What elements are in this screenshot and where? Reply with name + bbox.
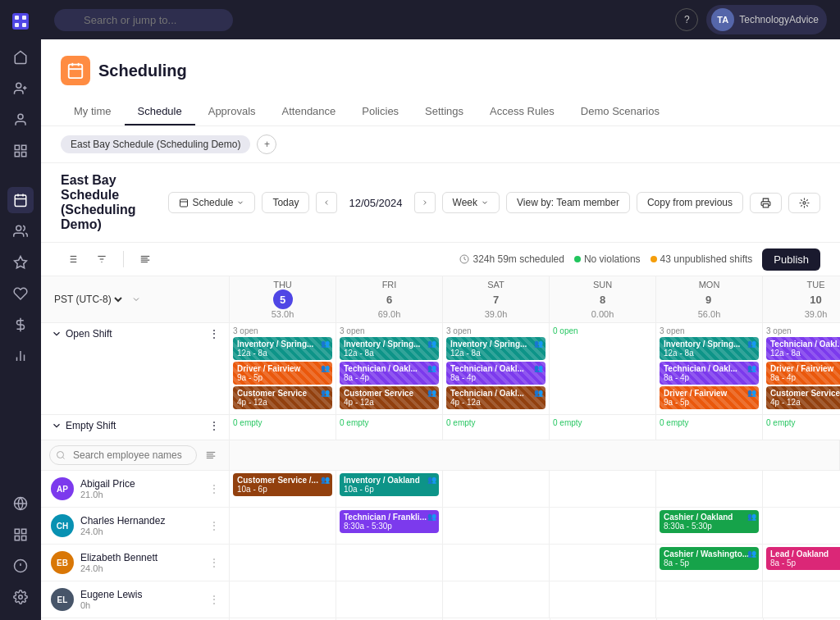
empty-shift-header[interactable]: Empty Shift ⋮ [41, 415, 230, 436]
sidebar-globe[interactable] [7, 490, 34, 517]
employee-day-cell[interactable] [550, 545, 656, 581]
sidebar-person-add[interactable] [7, 75, 34, 102]
shift-pill[interactable]: Driver / Fairview 9a - 5p 👥 [660, 386, 759, 409]
shift-pill[interactable]: Technician / Oakl... 12a - 8a 👥 [766, 337, 840, 360]
open-shift-cell[interactable]: 3 open Technician / Oakl... 12a - 8a 👥 D… [763, 323, 840, 414]
tab-access-rules[interactable]: Access Rules [477, 98, 568, 125]
shift-pill[interactable]: Inventory / Spring... 12a - 8a 👥 [660, 337, 759, 360]
employee-search-input[interactable] [49, 445, 197, 465]
tab-demo-scenarios[interactable]: Demo Scenarios [568, 98, 673, 125]
employee-day-cell[interactable] [443, 581, 550, 618]
tab-my-time[interactable]: My time [61, 98, 125, 125]
shift-pill[interactable]: Inventory / Spring... 12a - 8a 👥 [340, 337, 439, 360]
tab-attendance[interactable]: Attendance [269, 98, 349, 125]
open-shift-cell[interactable]: 3 open Inventory / Spring... 12a - 8a 👥 … [656, 323, 763, 414]
employee-menu-button[interactable]: ⋮ [209, 594, 219, 605]
employee-day-cell[interactable] [656, 471, 763, 507]
empty-shift-cell[interactable]: 0 empty [443, 415, 550, 440]
add-schedule-tab-button[interactable]: + [257, 134, 276, 154]
tab-schedule[interactable]: Schedule [125, 98, 195, 125]
open-shift-header[interactable]: Open Shift ⋮ [41, 323, 230, 344]
shift-pill[interactable]: Driver / Fairview 8a - 4p 👥 [766, 362, 840, 385]
employee-day-cell[interactable] [336, 545, 443, 581]
employee-day-cell[interactable]: Cashier / Washingto... 8a - 5p 👥 [656, 545, 763, 581]
shift-pill[interactable]: Technician / Oakl... 8a - 4p 👥 [446, 362, 546, 385]
shift-pill[interactable]: Inventory / Oakland 10a - 6p 👥 [340, 473, 439, 496]
sidebar-dollar[interactable] [7, 312, 34, 338]
empty-shift-cell[interactable]: 0 empty [550, 415, 656, 440]
sort-icon[interactable] [134, 248, 157, 271]
shift-pill[interactable]: Inventory / Spring... 12a - 8a 👥 [446, 337, 546, 360]
employee-day-cell[interactable]: Customer Service /... 10a - 6p 👥 [230, 471, 336, 507]
shift-pill[interactable]: Technician / Oakl... 4p - 12a 👥 [446, 386, 546, 409]
open-shift-menu[interactable]: ⋮ [209, 328, 219, 340]
search-input[interactable] [54, 9, 233, 31]
shift-pill[interactable]: Inventory / Spring... 12a - 8a 👥 [233, 337, 332, 360]
open-shift-cell[interactable]: 3 open Inventory / Spring... 12a - 8a 👥 … [230, 323, 336, 414]
empty-shift-cell[interactable]: 0 empty [230, 415, 336, 440]
sidebar-settings[interactable] [7, 584, 34, 610]
tab-policies[interactable]: Policies [349, 98, 412, 125]
shift-pill[interactable]: Customer Service /... 10a - 6p 👥 [233, 473, 332, 496]
employee-day-cell[interactable] [336, 581, 443, 618]
schedule-tab-east-bay[interactable]: East Bay Schedule (Scheduling Demo) [61, 135, 250, 153]
employee-day-cell[interactable] [656, 581, 763, 618]
shift-pill[interactable]: Customer Service 4p - 12a 👥 [233, 386, 332, 409]
shift-pill[interactable]: Technician / Oakl... 8a - 4p 👥 [340, 362, 439, 385]
settings-gear-button[interactable] [788, 193, 820, 213]
account-switcher[interactable]: TA TechnologyAdvice [706, 5, 827, 34]
employee-day-cell[interactable]: Technician / Frankli... 8:30a - 5:30p 👥 [336, 508, 443, 544]
employee-day-cell[interactable] [550, 471, 656, 507]
sidebar-schedule[interactable] [7, 187, 34, 213]
empty-shift-menu[interactable]: ⋮ [209, 420, 219, 431]
shift-pill[interactable]: Driver / Fairview 9a - 5p 👥 [233, 362, 332, 385]
employee-day-cell[interactable]: Cashier / Oakland 8:30a - 5:30p 👥 [656, 508, 763, 544]
sidebar-home[interactable] [7, 44, 34, 71]
today-button[interactable]: Today [262, 192, 309, 213]
employee-menu-button[interactable]: ⋮ [209, 483, 219, 495]
shift-pill[interactable]: Customer Service 4p - 12a 👥 [766, 386, 840, 409]
employee-day-cell[interactable] [550, 508, 656, 544]
employee-day-cell[interactable]: Lead / Oakland 8a - 5p 👥 [763, 545, 840, 581]
schedule-dropdown-button[interactable]: Schedule [168, 192, 255, 213]
shift-pill[interactable]: Cashier / Washingto... 8a - 5p 👥 [660, 547, 759, 570]
employee-day-cell[interactable] [763, 471, 840, 507]
employee-day-cell[interactable] [443, 545, 550, 581]
open-shift-cell[interactable]: 3 open Inventory / Spring... 12a - 8a 👥 … [336, 323, 443, 414]
shift-pill[interactable]: Lead / Oakland 8a - 5p 👥 [766, 547, 840, 570]
shift-pill[interactable]: Technician / Oakl... 8a - 4p 👥 [660, 362, 759, 385]
week-view-dropdown[interactable]: Week [442, 192, 500, 213]
empty-shift-cell[interactable]: 0 empty [656, 415, 763, 440]
employee-day-cell[interactable] [763, 581, 840, 618]
employee-day-cell[interactable] [443, 508, 550, 544]
list-view-icon[interactable] [61, 248, 84, 271]
help-button[interactable]: ? [675, 8, 698, 31]
sidebar-chart[interactable] [7, 343, 34, 369]
employee-day-cell[interactable] [763, 508, 840, 544]
tab-approvals[interactable]: Approvals [195, 98, 269, 125]
print-button[interactable] [750, 193, 782, 213]
empty-shift-cell[interactable]: 0 empty [336, 415, 443, 440]
shift-pill[interactable]: Cashier / Oakland 8:30a - 5:30p 👥 [660, 510, 759, 533]
publish-button[interactable]: Publish [762, 248, 820, 271]
tab-settings[interactable]: Settings [412, 98, 477, 125]
employee-day-cell[interactable] [230, 508, 336, 544]
employee-menu-button[interactable]: ⋮ [209, 520, 219, 531]
sidebar-info[interactable] [7, 553, 34, 579]
open-shift-cell[interactable]: 0 open [550, 323, 656, 414]
sidebar-org[interactable] [7, 138, 34, 164]
copy-from-previous-button[interactable]: Copy from previous [637, 192, 743, 213]
employee-day-cell[interactable]: Inventory / Oakland 10a - 6p 👥 [336, 471, 443, 507]
employee-sort-icon[interactable] [205, 449, 217, 461]
timezone-selector[interactable]: PST (UTC-8) [41, 276, 230, 322]
view-by-button[interactable]: View by: Team member [506, 192, 630, 213]
sidebar-grid[interactable] [7, 522, 34, 548]
sidebar-heart[interactable] [7, 280, 34, 307]
shift-pill[interactable]: Technician / Frankli... 8:30a - 5:30p 👥 [340, 510, 439, 533]
filter-icon[interactable] [90, 248, 113, 271]
employee-day-cell[interactable] [230, 545, 336, 581]
sidebar-people[interactable] [7, 218, 34, 244]
timezone-select[interactable]: PST (UTC-8) [51, 293, 125, 306]
employee-menu-button[interactable]: ⋮ [209, 557, 219, 568]
empty-shift-cell[interactable]: 0 empty [763, 415, 840, 440]
